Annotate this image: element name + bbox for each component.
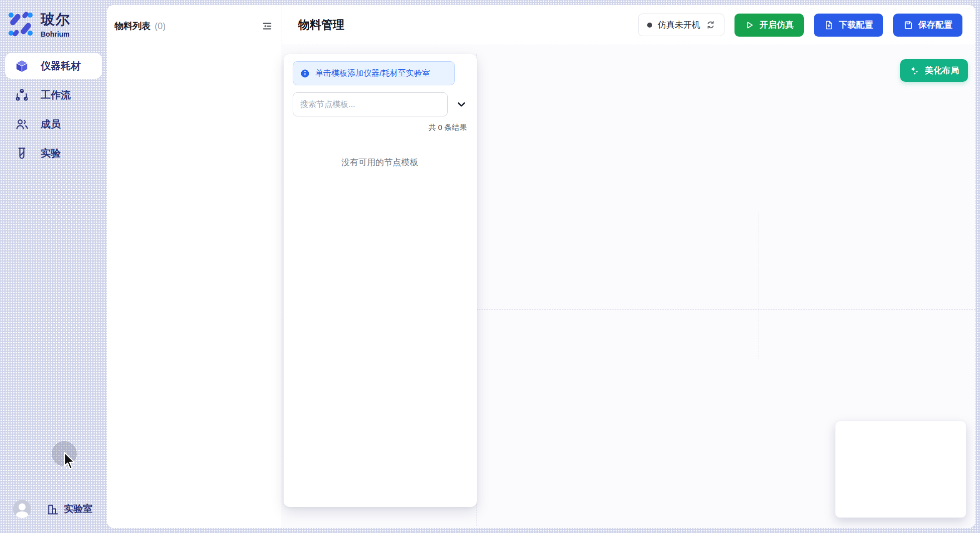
materials-list-header: 物料列表 (0) xyxy=(107,5,282,32)
sidebar-item-label: 成员 xyxy=(41,117,61,131)
materials-list-panel: 物料列表 (0) xyxy=(107,5,282,528)
download-file-icon xyxy=(824,20,834,30)
beautify-layout-button[interactable]: 美化布局 xyxy=(900,59,968,82)
beautify-layout-label: 美化布局 xyxy=(925,65,959,76)
cube-icon xyxy=(15,59,29,73)
sidebar-footer: 实验室 xyxy=(13,500,92,518)
workflow-icon xyxy=(15,88,29,102)
brand-name-en: Bohrium xyxy=(41,30,71,38)
status-dot-icon xyxy=(647,23,652,28)
header-actions: 仿真未开机 开启仿真 下 xyxy=(638,14,962,37)
building-icon xyxy=(46,503,59,515)
sidebar-item-workflow[interactable]: 工作流 xyxy=(5,82,102,108)
simulation-status-label: 仿真未开机 xyxy=(658,19,700,31)
node-template-panel: 单击模板添加仪器/耗材至实验室 共 0 条结果 没有可用的节点模板 xyxy=(284,54,477,507)
brand-name-zh: 玻尔 xyxy=(41,10,71,29)
collapse-panel-icon[interactable] xyxy=(262,21,273,32)
user-avatar[interactable] xyxy=(13,500,31,518)
brand-logo: 玻尔 Bohrium xyxy=(8,10,71,38)
template-search-input[interactable] xyxy=(293,92,448,116)
sidebar-item-label: 仪器耗材 xyxy=(41,59,81,73)
play-icon xyxy=(745,20,755,30)
main-header: 物料管理 仿真未开机 开启仿真 xyxy=(282,5,975,45)
result-count-label: 共 0 条结果 xyxy=(293,123,467,132)
laboratory-label: 实验室 xyxy=(64,502,92,515)
simulation-status-pill: 仿真未开机 xyxy=(638,14,724,36)
bohrium-logo-icon xyxy=(8,11,34,37)
sidebar-nav: 仪器耗材 工作流 成员 xyxy=(5,53,102,166)
save-config-button[interactable]: 保存配置 xyxy=(893,14,962,37)
canvas-guide-line xyxy=(759,213,759,359)
flow-canvas[interactable]: 单击模板添加仪器/耗材至实验室 共 0 条结果 没有可用的节点模板 美化布局 xyxy=(282,45,975,528)
sidebar-item-laboratory[interactable]: 实验室 xyxy=(46,502,92,515)
sidebar-item-members[interactable]: 成员 xyxy=(5,111,102,137)
members-icon xyxy=(15,117,29,131)
experiment-icon xyxy=(15,147,29,160)
template-search-row xyxy=(293,92,468,116)
materials-count-badge: (0) xyxy=(155,21,166,32)
save-config-label: 保存配置 xyxy=(918,19,952,31)
sparkles-icon xyxy=(909,65,920,76)
info-banner-text: 单击模板添加仪器/耗材至实验室 xyxy=(315,68,430,79)
chevron-down-icon xyxy=(456,99,467,110)
minimap-panel[interactable] xyxy=(835,421,966,518)
download-config-button[interactable]: 下载配置 xyxy=(814,14,883,37)
canvas-guide-line xyxy=(476,309,975,310)
info-icon xyxy=(300,69,310,78)
mouse-cursor xyxy=(61,452,76,471)
sidebar-item-experiments[interactable]: 实验 xyxy=(5,140,102,166)
start-simulation-label: 开启仿真 xyxy=(760,19,794,31)
refresh-icon[interactable] xyxy=(706,20,715,30)
sidebar-item-instruments[interactable]: 仪器耗材 xyxy=(5,53,102,79)
content-card: 物料列表 (0) 物料管理 仿真未开机 xyxy=(107,5,975,528)
sidebar-item-label: 实验 xyxy=(41,147,61,160)
start-simulation-button[interactable]: 开启仿真 xyxy=(734,14,804,37)
download-config-label: 下载配置 xyxy=(839,19,873,31)
materials-list-title: 物料列表 xyxy=(114,20,151,32)
save-icon xyxy=(903,20,913,30)
info-banner: 单击模板添加仪器/耗材至实验室 xyxy=(293,61,455,85)
page-title: 物料管理 xyxy=(298,17,344,33)
empty-state-text: 没有可用的节点模板 xyxy=(293,157,467,168)
sidebar-item-label: 工作流 xyxy=(41,88,71,102)
expand-filters-button[interactable] xyxy=(455,98,468,111)
